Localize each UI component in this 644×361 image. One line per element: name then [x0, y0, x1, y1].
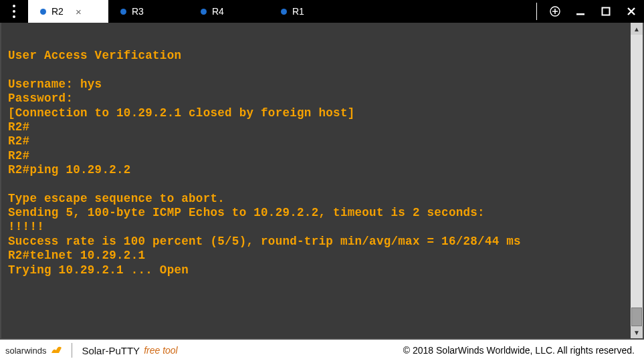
- terminal-container: User Access Verification Username: hys P…: [0, 23, 644, 340]
- status-dot-icon: [120, 9, 126, 15]
- status-dot-icon: [281, 9, 287, 15]
- brand-flame-icon: [50, 344, 62, 357]
- tab-r3[interactable]: R3: [108, 0, 189, 23]
- brand-name: solarwinds: [5, 346, 46, 356]
- new-tab-button[interactable]: [542, 0, 568, 23]
- scroll-up-icon[interactable]: ▲: [631, 23, 643, 35]
- svg-rect-2: [603, 8, 610, 15]
- terminal-output[interactable]: User Access Verification Username: hys P…: [1, 23, 631, 338]
- scrollbar[interactable]: ▲ ▼: [631, 23, 643, 338]
- status-dot-icon: [40, 9, 46, 15]
- minimize-button[interactable]: [568, 0, 593, 23]
- tab-r4[interactable]: R4: [189, 0, 269, 23]
- tab-r1[interactable]: R1: [269, 0, 349, 23]
- tab-strip: R2 × R3 R4 R1: [28, 0, 349, 23]
- scrollbar-thumb[interactable]: [631, 308, 642, 326]
- scroll-down-icon[interactable]: ▼: [631, 326, 643, 338]
- close-icon: [627, 7, 636, 16]
- maximize-button[interactable]: [593, 0, 619, 23]
- footer-bar: solarwinds Solar-PuTTY free tool © 2018 …: [0, 340, 644, 361]
- app-menu-button[interactable]: [0, 0, 28, 23]
- svg-rect-1: [576, 13, 584, 15]
- tab-label: R4: [212, 6, 224, 17]
- minimize-icon: [576, 7, 585, 16]
- tab-label: R2: [51, 6, 64, 17]
- close-window-button[interactable]: [619, 0, 644, 23]
- scrollbar-track[interactable]: [631, 35, 643, 326]
- close-icon[interactable]: ×: [76, 7, 82, 17]
- product-name: Solar-PuTTY: [82, 345, 140, 356]
- tab-label: R1: [292, 6, 304, 17]
- product-tagline: free tool: [144, 345, 178, 356]
- plus-icon: [550, 6, 560, 17]
- tab-r2[interactable]: R2 ×: [28, 0, 108, 23]
- tab-label: R3: [132, 6, 144, 17]
- maximize-icon: [601, 7, 611, 16]
- status-dot-icon: [201, 9, 207, 15]
- copyright-text: © 2018 SolarWinds Worldwide, LLC. All ri…: [403, 345, 639, 356]
- brand-box: solarwinds: [5, 343, 72, 358]
- divider: [536, 3, 537, 20]
- title-bar: R2 × R3 R4 R1: [0, 0, 644, 23]
